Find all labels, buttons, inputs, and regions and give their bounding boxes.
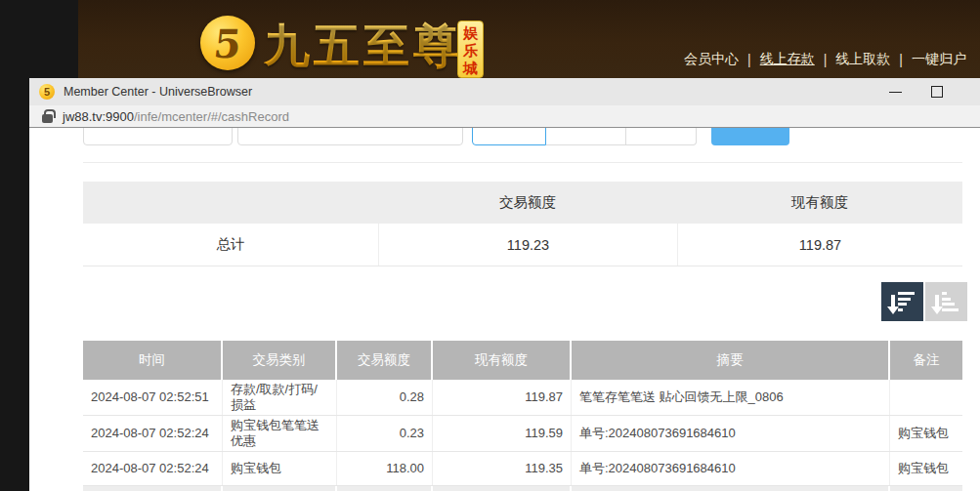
header-summary: 摘要 — [572, 341, 890, 380]
url-path: /infe/mcenter/#/cashRecord — [134, 109, 289, 124]
brand-logo-icon: 5 — [200, 16, 255, 70]
cell-time: 2024-08-07 02:52:24 — [83, 416, 223, 451]
sort-buttons — [881, 282, 967, 321]
filter-row-clipped — [29, 128, 980, 146]
summary-total-row: 总计 119.23 119.87 — [83, 224, 962, 266]
cell-remark — [890, 380, 962, 415]
window-titlebar[interactable]: 5 Member Center - UniverseBrowser — [29, 78, 980, 105]
clipped-next-row — [83, 486, 962, 491]
nav-separator: | — [899, 52, 903, 67]
summary-total-transaction: 119.23 — [378, 224, 677, 266]
badge-char: 乐 — [463, 42, 478, 60]
summary-total-balance: 119.87 — [677, 224, 962, 266]
cell-type: 购宝钱包笔笔送优惠 — [223, 416, 337, 451]
brand-badge: 娱 乐 城 — [457, 20, 484, 78]
browser-window: 5 Member Center - UniverseBrowser jw88.t… — [29, 78, 980, 491]
summary-table: 交易额度 现有额度 总计 119.23 119.87 — [83, 182, 962, 266]
cell-amount: 0.23 — [337, 416, 433, 451]
cell-balance: 119.87 — [433, 380, 572, 415]
filter-input-1[interactable] — [83, 128, 233, 145]
sort-ascending-button[interactable] — [925, 282, 967, 321]
nav-separator: | — [824, 52, 828, 67]
segment-option-3[interactable] — [626, 128, 697, 145]
nav-online-withdraw[interactable]: 线上取款 — [835, 51, 890, 68]
logo-glyph: 5 — [212, 20, 244, 66]
cell-remark: 购宝钱包 — [890, 416, 962, 451]
window-controls — [889, 86, 970, 99]
url-text[interactable]: jw88.tv:9900/infe/mcenter/#/cashRecord — [63, 109, 289, 124]
summary-header-transaction: 交易额度 — [378, 193, 677, 212]
filter-input-2[interactable] — [237, 128, 463, 145]
cell-summary: 笔笔存笔笔送 贴心回馈无上限_0806 — [572, 380, 890, 415]
url-host: jw88.tv:9900 — [63, 109, 134, 124]
banner-nav: 会员中心 | 线上存款 | 线上取款 | 一键归户 — [684, 51, 966, 68]
cell-time: 2024-08-07 02:52:24 — [83, 452, 223, 485]
favicon-icon: 5 — [39, 84, 55, 100]
sort-descending-button[interactable] — [881, 282, 923, 321]
favicon-glyph: 5 — [44, 86, 50, 98]
summary-header-row: 交易额度 现有额度 — [83, 182, 962, 224]
brand-banner: 5 九五至尊 娱 乐 城 会员中心 | 线上存款 | 线上取款 | 一键归户 — [78, 0, 980, 78]
maximize-button[interactable] — [931, 86, 943, 98]
records-header-row: 时间 交易类别 交易额度 现有额度 摘要 备注 — [83, 341, 962, 380]
address-bar[interactable]: jw88.tv:9900/infe/mcenter/#/cashRecord — [29, 105, 980, 128]
screen: 5 九五至尊 娱 乐 城 会员中心 | 线上存款 | 线上取款 | 一键归户 5… — [0, 0, 980, 491]
badge-char: 城 — [463, 60, 478, 77]
cell-type: 购宝钱包 — [223, 452, 337, 485]
segment-option-1[interactable] — [472, 128, 546, 145]
nav-separator: | — [747, 52, 751, 67]
header-amount: 交易额度 — [337, 341, 433, 380]
nav-online-deposit[interactable]: 线上存款 — [760, 51, 815, 68]
header-balance: 现有额度 — [433, 341, 572, 380]
window-title: Member Center - UniverseBrowser — [64, 85, 252, 99]
cash-records-table: 时间 交易类别 交易额度 现有额度 摘要 备注 2024-08-07 02:52… — [83, 341, 962, 491]
header-type: 交易类别 — [223, 341, 337, 380]
cell-balance: 119.59 — [433, 416, 572, 451]
cell-balance: 119.35 — [433, 452, 572, 485]
cell-amount: 118.00 — [337, 452, 433, 485]
table-row: 2024-08-07 02:52:24 购宝钱包 118.00 119.35 单… — [83, 452, 962, 486]
brand-name: 九五至尊 — [264, 16, 463, 77]
cell-amount: 0.28 — [337, 380, 433, 415]
sort-ascending-icon — [935, 292, 959, 311]
nav-one-key-transfer[interactable]: 一键归户 — [912, 51, 966, 68]
search-button[interactable] — [711, 128, 789, 145]
header-remark: 备注 — [890, 341, 962, 380]
segment-option-2[interactable] — [546, 128, 626, 145]
cell-summary: 单号:202408073691684610 — [572, 416, 890, 451]
header-time: 时间 — [83, 341, 223, 380]
badge-char: 娱 — [463, 24, 478, 42]
summary-header-balance: 现有额度 — [677, 193, 962, 212]
nav-member-center[interactable]: 会员中心 — [684, 51, 739, 68]
lock-icon — [42, 114, 53, 123]
filter-segmented-control — [472, 128, 697, 145]
page-content: 交易额度 现有额度 总计 119.23 119.87 — [29, 128, 980, 490]
minimize-button[interactable] — [889, 86, 902, 99]
cell-summary: 单号:202408073691684610 — [572, 452, 890, 485]
summary-total-label: 总计 — [83, 235, 378, 254]
cell-type: 存款/取款/打码/损益 — [223, 380, 337, 415]
section-divider — [83, 162, 962, 163]
cell-time: 2024-08-07 02:52:51 — [83, 380, 223, 415]
table-row: 2024-08-07 02:52:51 存款/取款/打码/损益 0.28 119… — [83, 380, 962, 416]
sort-descending-icon — [891, 292, 915, 311]
cell-remark: 购宝钱包 — [890, 452, 962, 485]
table-row: 2024-08-07 02:52:24 购宝钱包笔笔送优惠 0.23 119.5… — [83, 416, 962, 452]
